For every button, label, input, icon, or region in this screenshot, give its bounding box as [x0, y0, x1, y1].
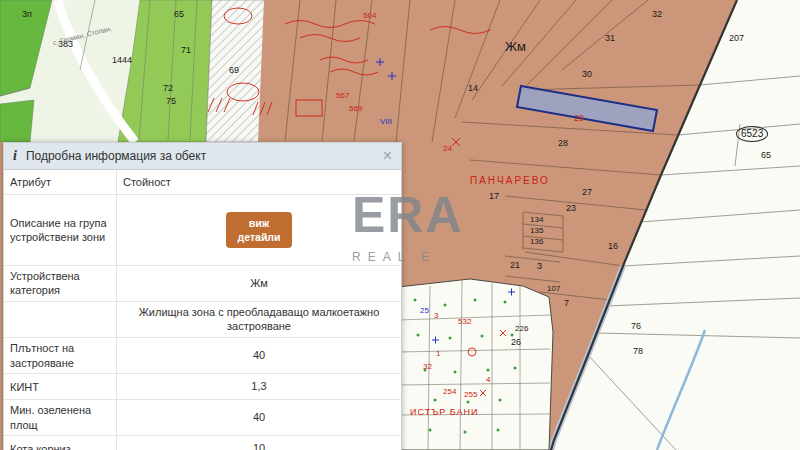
attr-cell: Описание на група устройствени зони	[4, 195, 116, 265]
value-cell: 1,3	[116, 374, 401, 399]
view-details-button[interactable]: виж детайли	[226, 212, 292, 248]
attr-cell: Кота корниз	[4, 436, 116, 450]
value-cell: Жм	[116, 266, 401, 301]
gis-app-window: 3п38314446571697275с. Герман, Стопан.Жм3…	[0, 0, 800, 450]
panel-title: Подробна информация за обект	[26, 149, 206, 163]
village-area	[398, 279, 553, 450]
attr-cell	[4, 302, 116, 338]
table-row: Плътност на застрояване 40	[4, 338, 401, 374]
attr-cell: Мин. озеленена площ	[4, 400, 116, 435]
attr-cell: Устройствена категория	[4, 266, 116, 301]
column-header-value: Стойност	[116, 170, 401, 194]
table-row: КИНТ 1,3	[4, 374, 401, 400]
attr-cell: КИНТ	[4, 374, 116, 399]
value-cell: 40	[116, 338, 401, 373]
table-row: Мин. озеленена площ 40	[4, 400, 401, 436]
attr-cell: Плътност на застрояване	[4, 338, 116, 373]
value-cell: виж детайли	[116, 195, 401, 265]
hatched-area	[206, 0, 266, 142]
column-header-attribute: Атрибут	[4, 170, 116, 194]
value-cell: 10	[116, 436, 401, 450]
close-icon[interactable]: ×	[383, 148, 392, 164]
table-row: Кота корниз 10	[4, 436, 401, 450]
table-row: Устройствена категория Жм	[4, 266, 401, 302]
table-header-row: Атрибут Стойност	[4, 170, 401, 195]
attribute-table: Атрибут Стойност Описание на група устро…	[4, 170, 401, 450]
panel-header: i Подробна информация за обект ×	[4, 143, 401, 170]
info-panel: i Подробна информация за обект × Атрибут…	[3, 142, 402, 450]
value-cell: 40	[116, 400, 401, 435]
table-row: Жилищна зона с преобладаващо малкоетажно…	[4, 302, 401, 339]
value-cell: Жилищна зона с преобладаващо малкоетажно…	[116, 302, 401, 338]
info-icon: i	[13, 148, 17, 164]
table-row: Описание на група устройствени зони виж …	[4, 195, 401, 266]
